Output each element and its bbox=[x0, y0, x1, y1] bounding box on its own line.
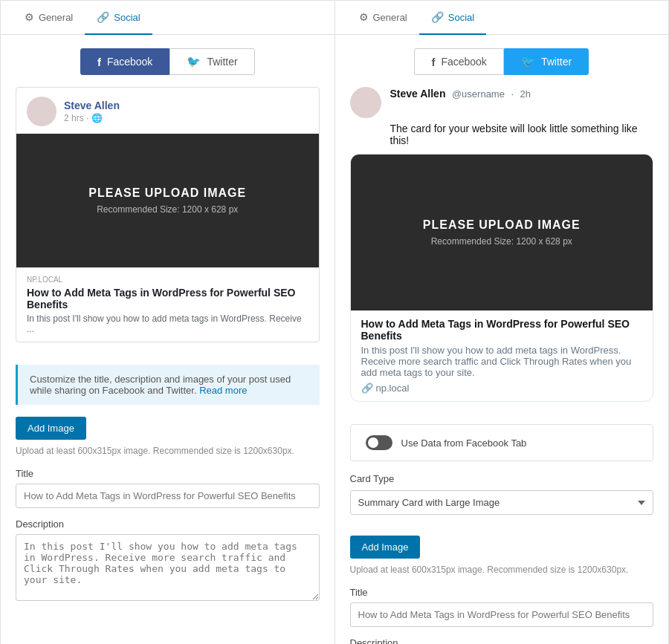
fb-card-meta: NP.LOCAL How to Add Meta Tags in WordPre… bbox=[16, 267, 319, 342]
left-form: Add Image Upload at least 600x315px imag… bbox=[1, 417, 334, 604]
tw-card-desc: In this post I'll show you how to add me… bbox=[361, 345, 643, 378]
toggle-row[interactable]: Use Data from Facebook Tab bbox=[350, 424, 654, 461]
toggle-switch[interactable] bbox=[366, 435, 392, 450]
tw-card-domain: 🔗 np.local bbox=[361, 383, 643, 394]
fb-card-title: How to Add Meta Tags in WordPress for Po… bbox=[27, 287, 308, 310]
fb-user-info: Steve Allen 2 hrs · 🌐 bbox=[64, 100, 120, 123]
tw-separator: · bbox=[511, 88, 514, 100]
left-preview-section: Steve Allen 2 hrs · 🌐 PLEASE UPLOAD IMAG… bbox=[1, 87, 334, 365]
right-facebook-btn[interactable]: f Facebook bbox=[414, 48, 503, 75]
left-twitter-btn[interactable]: 🐦 Twitter bbox=[169, 48, 254, 75]
left-image-hint: Upload at least 600x315px image. Recomme… bbox=[16, 446, 320, 456]
twitter-icon-left: 🐦 bbox=[187, 55, 201, 68]
fb-post-meta: 2 hrs · 🌐 bbox=[64, 113, 120, 123]
left-add-image-btn[interactable]: Add Image bbox=[16, 417, 86, 440]
gear-icon-right: ⚙ bbox=[359, 11, 369, 23]
right-title-label: Title bbox=[350, 587, 654, 598]
facebook-label: Facebook bbox=[107, 56, 152, 68]
tw-handle: @username bbox=[452, 88, 505, 100]
twitter-label-right: Twitter bbox=[541, 56, 572, 68]
tw-upload-subtitle: Recommended Size: 1200 x 628 px bbox=[431, 236, 572, 247]
left-facebook-btn[interactable]: f Facebook bbox=[80, 48, 169, 75]
right-tabs: ⚙ General 🔗 Social bbox=[335, 1, 669, 35]
card-type-label: Card Type bbox=[350, 473, 654, 484]
fb-upload-subtitle: Recommended Size: 1200 x 628 px bbox=[97, 204, 238, 215]
tw-user-name: Steve Allen bbox=[390, 88, 446, 100]
info-box: Customize the title, description and ima… bbox=[16, 365, 320, 405]
toggle-label: Use Data from Facebook Tab bbox=[401, 438, 527, 449]
card-type-section: Card Type Summary Card with Large Image … bbox=[335, 473, 669, 527]
left-tab-social-label: Social bbox=[114, 12, 140, 23]
social-icon: 🔗 bbox=[97, 11, 109, 23]
tw-time: 2h bbox=[520, 88, 530, 100]
right-desc-label: Description bbox=[350, 637, 654, 644]
right-title-input[interactable] bbox=[350, 602, 654, 627]
right-add-image-btn[interactable]: Add Image bbox=[350, 536, 421, 559]
fb-card-desc: In this post I'll show you how to add me… bbox=[27, 313, 308, 334]
twitter-preview: Steve Allen @username · 2h The card for … bbox=[335, 87, 669, 414]
tw-card-meta: How to Add Meta Tags in WordPress for Po… bbox=[351, 310, 653, 401]
left-tab-social[interactable]: 🔗 Social bbox=[85, 1, 152, 35]
link-icon: 🔗 bbox=[361, 383, 373, 394]
avatar bbox=[27, 97, 56, 126]
fb-card-domain: NP.LOCAL bbox=[27, 276, 308, 284]
gear-icon: ⚙ bbox=[25, 11, 34, 23]
right-tab-social[interactable]: 🔗 Social bbox=[419, 1, 486, 35]
tw-tweet-text: The card for your website will look litt… bbox=[350, 123, 654, 146]
right-image-hint: Upload at least 600x315px image. Recomme… bbox=[350, 565, 654, 575]
right-tab-general[interactable]: ⚙ General bbox=[347, 1, 419, 35]
left-tab-general-label: General bbox=[39, 12, 73, 23]
left-social-buttons: f Facebook 🐦 Twitter bbox=[1, 35, 334, 87]
facebook-preview-card: Steve Allen 2 hrs · 🌐 PLEASE UPLOAD IMAG… bbox=[16, 87, 320, 342]
facebook-label-right: Facebook bbox=[441, 56, 486, 68]
fb-user-row: Steve Allen 2 hrs · 🌐 bbox=[16, 88, 319, 134]
tw-card: PLEASE UPLOAD IMAGE Recommended Size: 12… bbox=[350, 154, 654, 402]
fb-upload-title: PLEASE UPLOAD IMAGE bbox=[88, 186, 246, 200]
tw-upload-placeholder: PLEASE UPLOAD IMAGE Recommended Size: 12… bbox=[351, 155, 653, 310]
left-tabs: ⚙ General 🔗 Social bbox=[1, 1, 334, 35]
right-twitter-btn[interactable]: 🐦 Twitter bbox=[504, 48, 589, 75]
social-icon-right: 🔗 bbox=[431, 11, 444, 23]
tw-avatar bbox=[350, 87, 381, 118]
read-more-link[interactable]: Read more bbox=[199, 385, 247, 396]
left-title-label: Title bbox=[16, 468, 320, 479]
tw-card-title: How to Add Meta Tags in WordPress for Po… bbox=[361, 318, 643, 342]
right-tab-social-label: Social bbox=[448, 12, 474, 23]
left-title-input[interactable] bbox=[16, 484, 320, 508]
tw-upload-title: PLEASE UPLOAD IMAGE bbox=[423, 218, 581, 232]
facebook-icon-right: f bbox=[431, 56, 435, 68]
tw-user-row: Steve Allen @username · 2h bbox=[350, 87, 654, 118]
left-desc-label: Description bbox=[16, 518, 320, 530]
right-tab-general-label: General bbox=[373, 12, 407, 23]
left-tab-general[interactable]: ⚙ General bbox=[13, 1, 85, 35]
facebook-icon: f bbox=[97, 56, 101, 68]
twitter-label-left: Twitter bbox=[207, 56, 237, 68]
toggle-thumb bbox=[368, 438, 378, 448]
toggle-track bbox=[366, 435, 392, 450]
right-form: Add Image Upload at least 600x315px imag… bbox=[335, 536, 669, 644]
right-social-buttons: f Facebook 🐦 Twitter bbox=[335, 35, 669, 87]
tw-user-info: Steve Allen @username · 2h bbox=[390, 87, 654, 100]
left-desc-textarea[interactable] bbox=[16, 534, 320, 601]
info-box-text: Customize the title, description and ima… bbox=[30, 374, 291, 396]
card-type-select[interactable]: Summary Card with Large Image Summary Ca… bbox=[350, 490, 654, 515]
fb-user-name: Steve Allen bbox=[64, 100, 120, 111]
twitter-icon-right: 🐦 bbox=[521, 55, 535, 68]
fb-upload-placeholder: PLEASE UPLOAD IMAGE Recommended Size: 12… bbox=[16, 134, 319, 267]
tw-domain-text: np.local bbox=[376, 383, 410, 394]
